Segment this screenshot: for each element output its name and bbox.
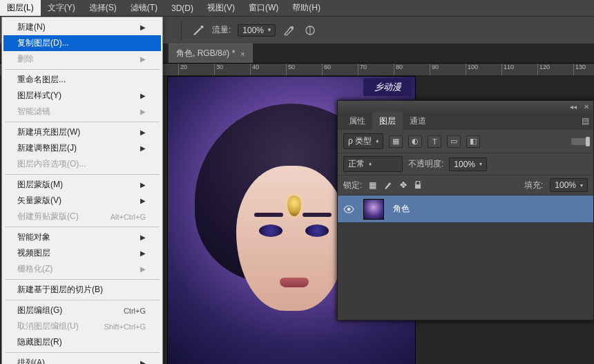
close-icon[interactable]: × xyxy=(240,50,245,58)
menu-select[interactable]: 选择(S) xyxy=(82,0,124,16)
airbrush-icon[interactable] xyxy=(191,23,205,37)
menu-item-label: 复制图层(D)... xyxy=(17,37,69,49)
opacity-field[interactable]: 100%▾ xyxy=(449,157,487,171)
menu-item[interactable]: 复制图层(D)... xyxy=(3,35,161,51)
submenu-arrow-icon: ▶ xyxy=(140,359,146,364)
layer-thumbnail[interactable] xyxy=(360,199,387,220)
panel-menu-icon[interactable]: ▤ xyxy=(582,116,589,126)
visibility-toggle[interactable] xyxy=(338,205,360,213)
fill-field[interactable]: 100%▾ xyxy=(550,178,588,192)
ruler-tick: 80 xyxy=(394,64,394,75)
menu-separator xyxy=(5,279,160,280)
submenu-arrow-icon: ▶ xyxy=(140,128,146,136)
filter-type-icon[interactable]: T xyxy=(428,135,441,148)
menu-item[interactable]: 排列(A)▶ xyxy=(3,355,161,364)
submenu-arrow-icon: ▶ xyxy=(140,181,146,189)
menu-item[interactable]: 重命名图层... xyxy=(3,72,161,88)
menu-item: 创建剪贴蒙版(C)Alt+Ctrl+G xyxy=(3,209,161,224)
menu-item-label: 矢量蒙版(V) xyxy=(17,195,61,207)
filter-pixel-icon[interactable]: ▦ xyxy=(389,135,403,148)
menu-window[interactable]: 窗口(W) xyxy=(242,0,285,16)
layer-row[interactable]: 角色 xyxy=(338,195,593,223)
ruler-tick-label: 50 xyxy=(288,64,295,70)
menu-item-label: 隐藏图层(R) xyxy=(17,336,62,348)
menu-item-label: 智能对象 xyxy=(17,231,50,243)
menu-separator xyxy=(5,69,160,70)
filter-kind-select[interactable]: ρ 类型♦ xyxy=(343,133,383,149)
lock-transparency-icon[interactable]: ▦ xyxy=(369,180,376,190)
layer-name[interactable]: 角色 xyxy=(387,203,593,215)
menu-3d[interactable]: 3D(D) xyxy=(164,0,200,16)
menu-item[interactable]: 智能对象▶ xyxy=(3,229,161,245)
filter-smart-icon[interactable]: ◧ xyxy=(466,135,480,148)
ruler-tick-label: 20 xyxy=(180,64,187,70)
menu-item: 图层内容选项(O)... xyxy=(3,156,161,172)
menu-item[interactable]: 图层样式(Y)▶ xyxy=(3,88,161,104)
close-icon[interactable]: ✕ xyxy=(584,103,589,111)
menu-item[interactable]: 图层蒙版(M)▶ xyxy=(3,177,161,193)
lock-label: 锁定: xyxy=(343,180,362,191)
menu-item[interactable]: 视频图层▶ xyxy=(3,245,161,261)
tablet-pressure-icon[interactable] xyxy=(282,23,296,37)
ruler-tick: 40 xyxy=(250,64,251,75)
ruler-tick-label: 80 xyxy=(396,64,403,70)
menu-separator xyxy=(5,300,160,300)
opacity-label: 不透明度: xyxy=(408,158,443,170)
ruler-tick: 70 xyxy=(358,64,358,75)
menu-help[interactable]: 帮助(H) xyxy=(285,0,327,16)
submenu-arrow-icon: ▶ xyxy=(140,23,146,31)
flow-field[interactable]: 100% ▼ xyxy=(238,24,276,37)
document-tab[interactable]: 角色, RGB/8#) * × xyxy=(169,44,253,63)
menu-layer[interactable]: 图层(L) xyxy=(0,0,41,16)
caret-down-icon: ▼ xyxy=(267,27,272,33)
ruler-tick: 60 xyxy=(322,64,323,75)
menu-item-label: 删除 xyxy=(17,53,34,65)
divider xyxy=(181,21,182,40)
tab-properties[interactable]: 属性 xyxy=(342,112,372,130)
tab-channels[interactable]: 通道 xyxy=(403,112,433,130)
menu-item[interactable]: 新建填充图层(W)▶ xyxy=(3,124,161,140)
menu-item-label: 图层蒙版(M) xyxy=(17,179,63,191)
blend-mode-select[interactable]: 正常♦ xyxy=(343,156,403,172)
menu-item: 删除▶ xyxy=(3,51,161,67)
submenu-arrow-icon: ▶ xyxy=(140,55,146,63)
ruler-tick-label: 120 xyxy=(539,64,550,70)
ruler-tick-label: 70 xyxy=(360,64,367,70)
ruler-tick-label: 30 xyxy=(216,64,223,70)
ruler-tick: 50 xyxy=(286,64,287,75)
ruler-tick-label: 130 xyxy=(575,64,586,70)
filter-toggle[interactable] xyxy=(571,138,588,145)
menu-item[interactable]: 新建(N)▶ xyxy=(3,19,161,35)
menu-item[interactable]: 图层编组(G)Ctrl+G xyxy=(3,303,161,318)
ruler-tick: 130 xyxy=(573,64,574,75)
ruler-tick: 20 xyxy=(178,64,179,75)
menu-item[interactable]: 新建调整图层(J)▶ xyxy=(3,140,161,156)
lock-paint-icon[interactable] xyxy=(383,180,393,190)
menu-item-label: 创建剪贴蒙版(C) xyxy=(17,211,79,222)
menu-item[interactable]: 隐藏图层(R) xyxy=(3,334,161,350)
submenu-arrow-icon: ▶ xyxy=(140,233,146,241)
watermark-logo: 乡动漫 xyxy=(363,78,412,96)
menu-item[interactable]: 矢量蒙版(V)▶ xyxy=(3,193,161,209)
svg-point-4 xyxy=(347,207,351,211)
svg-point-0 xyxy=(201,26,204,28)
menu-type[interactable]: 文字(Y) xyxy=(41,0,82,16)
menu-item-label: 图层内容选项(O)... xyxy=(17,158,86,170)
menu-filter[interactable]: 滤镜(T) xyxy=(124,0,164,16)
menu-view[interactable]: 视图(V) xyxy=(200,0,242,16)
lock-row: 锁定: ▦ ✥ 填充: 100%▾ xyxy=(338,175,593,195)
flow-label: 流量: xyxy=(212,24,231,36)
tab-layers[interactable]: 图层 xyxy=(372,112,403,130)
lock-all-icon[interactable] xyxy=(414,181,422,189)
layer-filter-row: ρ 类型♦ ▦ ◐ T ▭ ◧ xyxy=(338,130,593,153)
menu-item[interactable]: 新建基于图层的切片(B) xyxy=(3,282,161,298)
lock-position-icon[interactable]: ✥ xyxy=(400,180,407,190)
flow-value: 100% xyxy=(242,26,264,35)
panel-titlebar[interactable]: ◂◂ ✕ xyxy=(338,101,593,112)
filter-shape-icon[interactable]: ▭ xyxy=(447,135,461,148)
eye-icon xyxy=(343,205,354,213)
filter-adjust-icon[interactable]: ◐ xyxy=(408,135,422,148)
symmetry-icon[interactable] xyxy=(303,23,317,37)
menu-item-label: 重命名图层... xyxy=(17,74,66,86)
collapse-icon[interactable]: ◂◂ xyxy=(570,103,577,111)
